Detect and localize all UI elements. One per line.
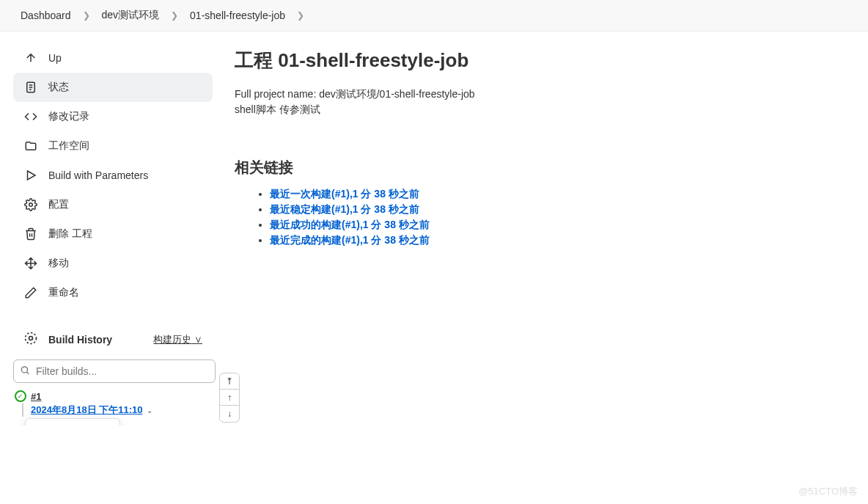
related-links-list: 最近一次构建(#1),1 分 38 秒之前 最近稳定构建(#1),1 分 38 … (235, 188, 853, 247)
sidebar-item-label: Up (48, 52, 62, 64)
sidebar-item-label: 修改记录 (48, 110, 89, 123)
move-icon (23, 256, 38, 271)
arrow-first[interactable]: ⤒ (220, 373, 239, 390)
sidebar-item-status[interactable]: 状态 (13, 73, 213, 102)
code-icon (23, 109, 38, 124)
sidebar-item-move[interactable]: 移动 (13, 249, 213, 278)
filter-builds-input[interactable] (13, 359, 216, 383)
main-content: 工程 01-shell-freestyle-job Full project n… (220, 32, 868, 426)
build-number-link[interactable]: #1 (31, 391, 41, 402)
sidebar-item-label: 状态 (48, 81, 69, 94)
arrow-up[interactable]: ↑ (220, 390, 239, 406)
sidebar-item-up[interactable]: Up (13, 43, 213, 73)
related-link[interactable]: 最近一次构建(#1),1 分 38 秒之前 (270, 188, 419, 200)
svg-point-4 (21, 367, 27, 373)
build-context-menu: 变更记录 控制台输出 编辑编译信息 删除构建 '#1' 参数 (25, 418, 120, 426)
project-full-name: Full project name: dev测试环境/01-shell-free… (235, 87, 853, 102)
play-icon (23, 168, 38, 183)
chevron-right-icon: ❯ (293, 10, 309, 21)
sidebar-item-rename[interactable]: 重命名 (13, 278, 213, 307)
build-history-header: Build History 构建历史 ∨ (13, 324, 213, 355)
sidebar-item-configure[interactable]: 配置 (13, 190, 213, 219)
chevron-right-icon: ❯ (78, 10, 95, 21)
svg-point-3 (29, 337, 33, 340)
edit-icon (23, 285, 38, 300)
sidebar-item-label: 工作空间 (48, 139, 89, 153)
sidebar-item-label: 删除 工程 (48, 227, 92, 241)
breadcrumb-item-folder[interactable]: dev测试环境 (98, 7, 164, 23)
sidebar-item-workspace[interactable]: 工作空间 (13, 131, 213, 161)
related-link[interactable]: 最近成功的构建(#1),1 分 38 秒之前 (270, 219, 430, 230)
svg-point-2 (26, 333, 37, 344)
breadcrumb: Dashboard ❯ dev测试环境 ❯ 01-shell-freestyle… (0, 0, 868, 32)
breadcrumb-item-job[interactable]: 01-shell-freestyle-job (185, 8, 290, 23)
sidebar-item-changes[interactable]: 修改记录 (13, 102, 213, 131)
build-history-title: Build History (48, 334, 112, 346)
sidebar: Up 状态 修改记录 工作空间 Build with Parameters (0, 32, 220, 426)
svg-point-1 (29, 203, 33, 207)
sidebar-item-label: 配置 (48, 198, 69, 211)
build-date-link[interactable]: 2024年8月18日 下午11:10 (31, 403, 142, 417)
search-icon (20, 365, 30, 378)
success-icon: ✓ (15, 390, 26, 402)
arrow-down[interactable]: ↓ (220, 406, 239, 422)
related-link[interactable]: 最近完成的构建(#1),1 分 38 秒之前 (270, 234, 430, 246)
sidebar-item-label: 移动 (48, 257, 69, 270)
history-icon (23, 331, 38, 348)
folder-icon (23, 139, 38, 153)
sidebar-item-label: 重命名 (48, 286, 79, 299)
build-history-trend-link[interactable]: 构建历史 ∨ (153, 333, 202, 346)
related-link[interactable]: 最近稳定构建(#1),1 分 38 秒之前 (270, 203, 419, 215)
page-title: 工程 01-shell-freestyle-job (235, 48, 853, 73)
gear-icon (23, 197, 38, 212)
document-icon (23, 80, 38, 95)
sidebar-item-build-with-params[interactable]: Build with Parameters (13, 161, 213, 190)
project-description: shell脚本 传参测试 (235, 102, 853, 117)
related-links-heading: 相关链接 (235, 158, 853, 178)
arrow-up-icon (23, 51, 38, 65)
chevron-down-icon[interactable]: ⌄ (147, 406, 152, 414)
menu-item-changes[interactable]: 变更记录 (26, 422, 119, 426)
breadcrumb-item-dashboard[interactable]: Dashboard (16, 8, 76, 23)
chevron-right-icon: ❯ (166, 10, 183, 21)
sidebar-item-label: Build with Parameters (48, 169, 148, 181)
sidebar-item-delete-project[interactable]: 删除 工程 (13, 219, 213, 249)
trash-icon (23, 227, 38, 241)
nav-arrow-group: ⤒ ↑ ↓ (219, 373, 240, 423)
